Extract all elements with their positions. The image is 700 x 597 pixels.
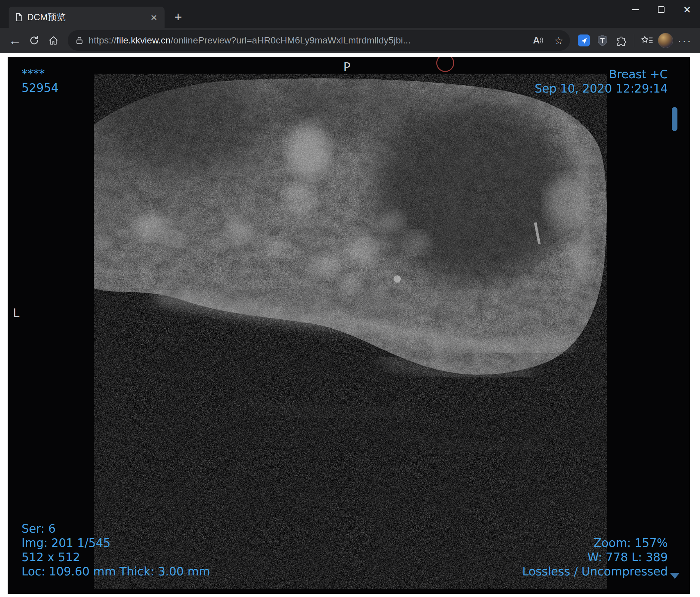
url-scheme: https:// — [89, 35, 117, 46]
extension-icon-blue[interactable] — [575, 32, 593, 49]
viewer-scrollbar-thumb[interactable] — [672, 107, 677, 131]
series-number: Ser: 6 — [22, 522, 210, 536]
address-bar[interactable]: https://file.kkview.cn/onlinePreview?url… — [68, 30, 570, 51]
new-tab-button[interactable]: + — [170, 9, 186, 25]
dicom-image — [94, 74, 607, 589]
image-matrix: 512 x 512 — [22, 550, 210, 565]
favorites-hub-icon — [641, 35, 653, 46]
toolbar-divider — [634, 34, 634, 47]
viewer-scroll-down-button[interactable] — [670, 573, 680, 579]
patient-id-overlay: **** 52954 — [22, 67, 58, 95]
more-menu-button[interactable]: ··· — [675, 34, 694, 47]
display-info-overlay: Zoom: 157% W: 778 L: 389 Lossless / Unco… — [522, 536, 668, 579]
patient-id-masked: **** — [22, 67, 58, 81]
annotation-circle — [436, 57, 454, 72]
tab-dcm-preview[interactable]: DCM预览 × — [9, 7, 165, 28]
browser-window: DCM预览 × + × ← https://file.kkview.cn/onl… — [0, 0, 700, 597]
window-minimize-button[interactable] — [622, 0, 648, 19]
study-datetime: Sep 10, 2020 12:29:14 — [535, 82, 668, 96]
url-text[interactable]: https://file.kkview.cn/onlinePreview?url… — [89, 35, 525, 46]
window-close-button[interactable]: × — [674, 0, 700, 19]
zoom-level: Zoom: 157% — [522, 536, 668, 550]
favorites-hub-button[interactable] — [638, 32, 655, 49]
series-info-overlay: Ser: 6 Img: 201 1/545 512 x 512 Loc: 109… — [22, 522, 210, 579]
avatar-image — [658, 33, 673, 48]
sound-waves-icon — [540, 36, 544, 45]
window-level: W: 778 L: 389 — [522, 550, 668, 565]
document-icon — [15, 13, 23, 22]
back-button[interactable]: ← — [6, 31, 24, 49]
dicom-viewer[interactable]: **** 52954 P L Breast +C Sep 10, 2020 12… — [8, 57, 690, 594]
home-button[interactable] — [45, 31, 62, 49]
image-index: Img: 201 1/545 — [22, 536, 210, 550]
read-aloud-button[interactable]: A — [530, 32, 546, 48]
study-description: Breast +C — [535, 67, 668, 82]
reload-icon — [28, 35, 40, 46]
tab-strip: DCM预览 × + × — [0, 0, 700, 28]
url-domain: file.kkview.cn — [117, 35, 171, 46]
url-path: /onlinePreview?url=aHR0cHM6Ly9maWxlLmtrd… — [171, 35, 410, 46]
orientation-marker-posterior: P — [343, 60, 350, 74]
extension-icon-shield[interactable] — [594, 32, 611, 49]
tab-close-button[interactable]: × — [147, 10, 160, 24]
orientation-marker-left: L — [13, 306, 20, 320]
extensions-puzzle-icon[interactable] — [612, 32, 630, 49]
home-icon — [48, 35, 59, 46]
slice-location: Loc: 109.60 mm Thick: 3.00 mm — [22, 565, 210, 579]
study-info-overlay: Breast +C Sep 10, 2020 12:29:14 — [535, 67, 668, 96]
window-maximize-button[interactable] — [648, 0, 674, 19]
minimize-icon — [632, 9, 639, 10]
patient-number: 52954 — [22, 81, 58, 95]
navigation-bar: ← https://file.kkview.cn/onlinePreview?u… — [0, 28, 700, 53]
window-controls: × — [622, 0, 700, 19]
favorite-star-button[interactable]: ☆ — [551, 32, 567, 48]
profile-avatar[interactable] — [657, 32, 674, 49]
compression-info: Lossless / Uncompressed — [522, 565, 668, 579]
reload-button[interactable] — [25, 31, 43, 49]
lock-icon[interactable] — [75, 36, 84, 45]
tab-title: DCM预览 — [27, 11, 143, 23]
maximize-icon — [658, 6, 665, 13]
page-content: **** 52954 P L Breast +C Sep 10, 2020 12… — [0, 53, 700, 597]
